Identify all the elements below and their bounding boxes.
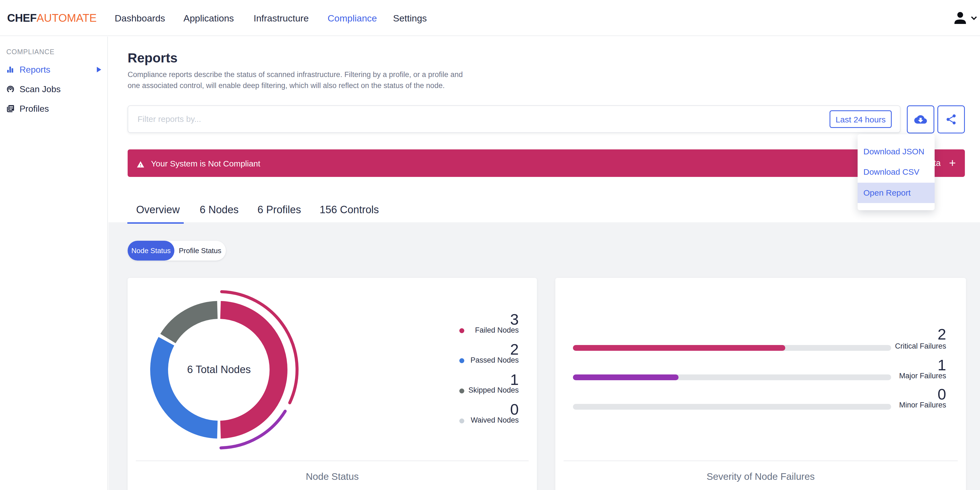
svg-text:6 Total Nodes: 6 Total Nodes	[187, 364, 251, 375]
